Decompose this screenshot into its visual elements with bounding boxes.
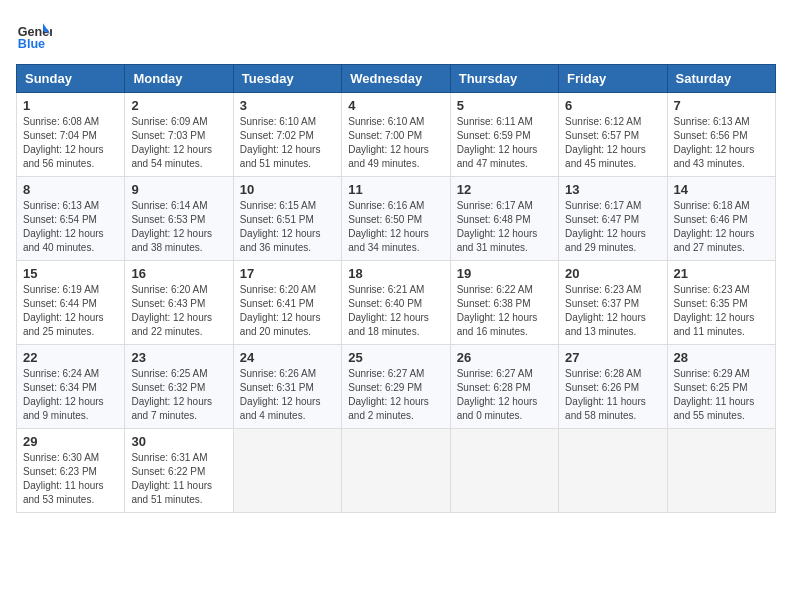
calendar-cell: 14Sunrise: 6:18 AMSunset: 6:46 PMDayligh… (667, 177, 775, 261)
calendar-cell (667, 429, 775, 513)
calendar-week-1: 1Sunrise: 6:08 AMSunset: 7:04 PMDaylight… (17, 93, 776, 177)
calendar-cell: 16Sunrise: 6:20 AMSunset: 6:43 PMDayligh… (125, 261, 233, 345)
day-detail: Sunrise: 6:27 AMSunset: 6:29 PMDaylight:… (348, 367, 443, 423)
day-detail: Sunrise: 6:21 AMSunset: 6:40 PMDaylight:… (348, 283, 443, 339)
day-number: 7 (674, 98, 769, 113)
day-number: 1 (23, 98, 118, 113)
day-detail: Sunrise: 6:24 AMSunset: 6:34 PMDaylight:… (23, 367, 118, 423)
calendar-cell: 27Sunrise: 6:28 AMSunset: 6:26 PMDayligh… (559, 345, 667, 429)
weekday-header-monday: Monday (125, 65, 233, 93)
calendar-cell: 29Sunrise: 6:30 AMSunset: 6:23 PMDayligh… (17, 429, 125, 513)
weekday-header-saturday: Saturday (667, 65, 775, 93)
day-detail: Sunrise: 6:14 AMSunset: 6:53 PMDaylight:… (131, 199, 226, 255)
calendar-cell (450, 429, 558, 513)
calendar-cell: 13Sunrise: 6:17 AMSunset: 6:47 PMDayligh… (559, 177, 667, 261)
svg-text:Blue: Blue (18, 37, 45, 51)
day-detail: Sunrise: 6:08 AMSunset: 7:04 PMDaylight:… (23, 115, 118, 171)
day-detail: Sunrise: 6:17 AMSunset: 6:47 PMDaylight:… (565, 199, 660, 255)
calendar-cell: 11Sunrise: 6:16 AMSunset: 6:50 PMDayligh… (342, 177, 450, 261)
day-number: 2 (131, 98, 226, 113)
day-number: 17 (240, 266, 335, 281)
calendar-week-3: 15Sunrise: 6:19 AMSunset: 6:44 PMDayligh… (17, 261, 776, 345)
day-detail: Sunrise: 6:13 AMSunset: 6:54 PMDaylight:… (23, 199, 118, 255)
calendar-cell: 21Sunrise: 6:23 AMSunset: 6:35 PMDayligh… (667, 261, 775, 345)
day-number: 23 (131, 350, 226, 365)
day-number: 4 (348, 98, 443, 113)
calendar-cell: 26Sunrise: 6:27 AMSunset: 6:28 PMDayligh… (450, 345, 558, 429)
day-number: 14 (674, 182, 769, 197)
day-number: 16 (131, 266, 226, 281)
day-number: 9 (131, 182, 226, 197)
day-detail: Sunrise: 6:31 AMSunset: 6:22 PMDaylight:… (131, 451, 226, 507)
day-detail: Sunrise: 6:30 AMSunset: 6:23 PMDaylight:… (23, 451, 118, 507)
weekday-header-friday: Friday (559, 65, 667, 93)
day-number: 13 (565, 182, 660, 197)
calendar-cell: 20Sunrise: 6:23 AMSunset: 6:37 PMDayligh… (559, 261, 667, 345)
day-detail: Sunrise: 6:29 AMSunset: 6:25 PMDaylight:… (674, 367, 769, 423)
day-detail: Sunrise: 6:19 AMSunset: 6:44 PMDaylight:… (23, 283, 118, 339)
day-detail: Sunrise: 6:16 AMSunset: 6:50 PMDaylight:… (348, 199, 443, 255)
calendar-cell: 3Sunrise: 6:10 AMSunset: 7:02 PMDaylight… (233, 93, 341, 177)
day-number: 25 (348, 350, 443, 365)
weekday-header-sunday: Sunday (17, 65, 125, 93)
day-number: 24 (240, 350, 335, 365)
day-number: 12 (457, 182, 552, 197)
day-detail: Sunrise: 6:09 AMSunset: 7:03 PMDaylight:… (131, 115, 226, 171)
day-number: 6 (565, 98, 660, 113)
day-detail: Sunrise: 6:26 AMSunset: 6:31 PMDaylight:… (240, 367, 335, 423)
calendar-cell: 8Sunrise: 6:13 AMSunset: 6:54 PMDaylight… (17, 177, 125, 261)
day-number: 29 (23, 434, 118, 449)
calendar-cell: 12Sunrise: 6:17 AMSunset: 6:48 PMDayligh… (450, 177, 558, 261)
day-detail: Sunrise: 6:13 AMSunset: 6:56 PMDaylight:… (674, 115, 769, 171)
day-detail: Sunrise: 6:23 AMSunset: 6:37 PMDaylight:… (565, 283, 660, 339)
day-number: 8 (23, 182, 118, 197)
day-number: 26 (457, 350, 552, 365)
calendar-cell: 6Sunrise: 6:12 AMSunset: 6:57 PMDaylight… (559, 93, 667, 177)
day-detail: Sunrise: 6:11 AMSunset: 6:59 PMDaylight:… (457, 115, 552, 171)
day-detail: Sunrise: 6:12 AMSunset: 6:57 PMDaylight:… (565, 115, 660, 171)
day-number: 28 (674, 350, 769, 365)
day-detail: Sunrise: 6:25 AMSunset: 6:32 PMDaylight:… (131, 367, 226, 423)
calendar-cell: 17Sunrise: 6:20 AMSunset: 6:41 PMDayligh… (233, 261, 341, 345)
calendar-cell: 18Sunrise: 6:21 AMSunset: 6:40 PMDayligh… (342, 261, 450, 345)
day-detail: Sunrise: 6:17 AMSunset: 6:48 PMDaylight:… (457, 199, 552, 255)
day-detail: Sunrise: 6:23 AMSunset: 6:35 PMDaylight:… (674, 283, 769, 339)
calendar-cell (559, 429, 667, 513)
day-number: 22 (23, 350, 118, 365)
calendar-cell: 19Sunrise: 6:22 AMSunset: 6:38 PMDayligh… (450, 261, 558, 345)
day-detail: Sunrise: 6:18 AMSunset: 6:46 PMDaylight:… (674, 199, 769, 255)
weekday-header-tuesday: Tuesday (233, 65, 341, 93)
day-number: 27 (565, 350, 660, 365)
day-number: 30 (131, 434, 226, 449)
logo: General Blue (16, 16, 52, 52)
day-number: 20 (565, 266, 660, 281)
weekday-header-thursday: Thursday (450, 65, 558, 93)
day-number: 10 (240, 182, 335, 197)
day-number: 5 (457, 98, 552, 113)
calendar-week-2: 8Sunrise: 6:13 AMSunset: 6:54 PMDaylight… (17, 177, 776, 261)
day-detail: Sunrise: 6:22 AMSunset: 6:38 PMDaylight:… (457, 283, 552, 339)
calendar-cell (342, 429, 450, 513)
calendar-cell: 24Sunrise: 6:26 AMSunset: 6:31 PMDayligh… (233, 345, 341, 429)
logo-icon: General Blue (16, 16, 52, 52)
page-header: General Blue (16, 16, 776, 52)
day-detail: Sunrise: 6:20 AMSunset: 6:41 PMDaylight:… (240, 283, 335, 339)
day-detail: Sunrise: 6:28 AMSunset: 6:26 PMDaylight:… (565, 367, 660, 423)
day-number: 18 (348, 266, 443, 281)
calendar-cell: 28Sunrise: 6:29 AMSunset: 6:25 PMDayligh… (667, 345, 775, 429)
day-detail: Sunrise: 6:10 AMSunset: 7:00 PMDaylight:… (348, 115, 443, 171)
calendar-cell: 30Sunrise: 6:31 AMSunset: 6:22 PMDayligh… (125, 429, 233, 513)
day-detail: Sunrise: 6:15 AMSunset: 6:51 PMDaylight:… (240, 199, 335, 255)
day-number: 21 (674, 266, 769, 281)
calendar-week-5: 29Sunrise: 6:30 AMSunset: 6:23 PMDayligh… (17, 429, 776, 513)
day-detail: Sunrise: 6:27 AMSunset: 6:28 PMDaylight:… (457, 367, 552, 423)
calendar-cell (233, 429, 341, 513)
weekday-header-wednesday: Wednesday (342, 65, 450, 93)
calendar-table: SundayMondayTuesdayWednesdayThursdayFrid… (16, 64, 776, 513)
day-number: 11 (348, 182, 443, 197)
calendar-cell: 4Sunrise: 6:10 AMSunset: 7:00 PMDaylight… (342, 93, 450, 177)
day-number: 15 (23, 266, 118, 281)
calendar-cell: 23Sunrise: 6:25 AMSunset: 6:32 PMDayligh… (125, 345, 233, 429)
day-detail: Sunrise: 6:10 AMSunset: 7:02 PMDaylight:… (240, 115, 335, 171)
calendar-cell: 10Sunrise: 6:15 AMSunset: 6:51 PMDayligh… (233, 177, 341, 261)
